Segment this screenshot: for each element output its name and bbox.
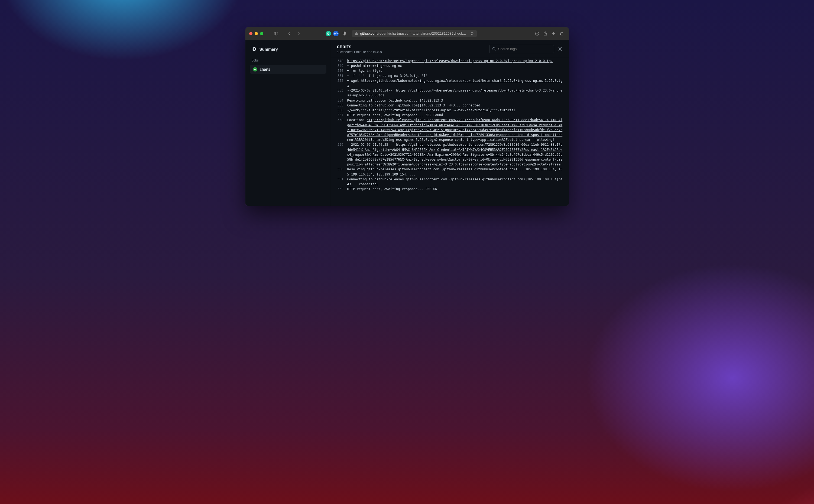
line-number: 558: [336, 118, 347, 122]
new-tab-button[interactable]: [550, 30, 557, 37]
shield-button[interactable]: [341, 30, 348, 37]
summary-link[interactable]: Summary: [250, 44, 326, 56]
summary-icon: [252, 47, 257, 51]
browser-window: G github.com/roderik/chartmuseum-tutoria…: [245, 27, 569, 206]
svg-rect-4: [336, 33, 336, 34]
check-icon: [254, 68, 257, 71]
svg-line-12: [495, 50, 495, 50]
log-link[interactable]: https://github-releases.githubuserconten…: [347, 143, 563, 166]
line-number: 560: [336, 167, 347, 172]
line-number: 562: [336, 187, 347, 191]
browser-toolbar: G github.com/roderik/chartmuseum-tutoria…: [245, 27, 569, 40]
back-button[interactable]: [286, 30, 293, 37]
line-number: 548: [336, 58, 347, 63]
tabs-icon: [559, 31, 564, 36]
search-logs-field[interactable]: [489, 45, 554, 53]
log-line[interactable]: 550+ for tgz in $tgzs: [331, 68, 569, 73]
desktop-wallpaper: G github.com/roderik/chartmuseum-tutoria…: [0, 0, 814, 504]
log-link[interactable]: https://github-releases.githubuserconten…: [347, 118, 563, 142]
reload-icon[interactable]: [470, 32, 474, 35]
log-output[interactable]: 548https://github.com/kubernetes/ingress…: [331, 58, 569, 206]
line-text: + wget https://github.com/kubernetes/ing…: [347, 78, 563, 88]
log-line[interactable]: 558Location: https://github-releases.git…: [331, 118, 569, 142]
svg-rect-9: [560, 32, 563, 35]
log-link[interactable]: https://github.com/kubernetes/ingress-ng…: [347, 89, 563, 97]
log-line[interactable]: 553--2021-03-07 21:40:54-- https://githu…: [331, 88, 569, 98]
line-number: 559: [336, 142, 347, 147]
line-number: 549: [336, 63, 347, 68]
workflow-sidebar: Summary Jobs charts: [245, 40, 331, 206]
line-number: 557: [336, 113, 347, 118]
line-number: 552: [336, 78, 347, 83]
page-content: Summary Jobs charts charts succeeded 1 m…: [245, 40, 569, 206]
log-line[interactable]: 548https://github.com/kubernetes/ingress…: [331, 58, 569, 63]
onepassword-extension-icon[interactable]: [333, 31, 339, 36]
line-text: ~/work/***-tutorial/***-tutorial/mirror/…: [347, 108, 563, 113]
log-line[interactable]: 559--2021-03-07 21:40:55-- https://githu…: [331, 142, 569, 167]
line-number: 551: [336, 73, 347, 78]
plus-icon: [551, 31, 556, 36]
line-number: 553: [336, 88, 347, 93]
line-text: HTTP request sent, awaiting response... …: [347, 187, 563, 191]
share-icon: [543, 31, 547, 36]
log-line[interactable]: 561Connecting to github-releases.githubu…: [331, 177, 569, 187]
log-line[interactable]: 552+ wget https://github.com/kubernetes/…: [331, 78, 569, 88]
grammarly-extension-icon[interactable]: G: [326, 31, 331, 36]
line-text: Resolving github-releases.githubusercont…: [347, 167, 563, 177]
line-number: 550: [336, 68, 347, 73]
job-main-panel: charts succeeded 1 minute ago in 49s 548…: [331, 40, 569, 206]
line-number: 556: [336, 108, 347, 113]
svg-rect-10: [253, 47, 255, 50]
line-text: --2021-03-07 21:40:54-- https://github.c…: [347, 88, 563, 98]
line-text: https://github.com/kubernetes/ingress-ng…: [347, 58, 563, 63]
log-line[interactable]: 554Resolving github.com (github.com)... …: [331, 98, 569, 103]
log-line[interactable]: 556~/work/***-tutorial/***-tutorial/mirr…: [331, 108, 569, 113]
chevron-left-icon: [287, 31, 292, 36]
line-text: Connecting to github-releases.githubuser…: [347, 177, 563, 187]
summary-label: Summary: [260, 47, 278, 51]
forward-button[interactable]: [295, 30, 302, 37]
svg-rect-0: [274, 32, 278, 35]
jobs-section-label: Jobs: [250, 56, 326, 65]
sidebar-job-charts[interactable]: charts: [250, 65, 326, 74]
line-text: Location: https://github-releases.github…: [347, 118, 563, 142]
line-text: Resolving github.com (github.com)... 140…: [347, 98, 563, 103]
log-line[interactable]: 562HTTP request sent, awaiting response.…: [331, 187, 569, 191]
line-text: Connecting to github.com (github.com)|14…: [347, 103, 563, 108]
download-icon: [535, 31, 539, 36]
line-text: + '[' '!' -f ingress-nginx-3.23.0.tgz ']…: [347, 73, 563, 78]
search-icon: [492, 47, 496, 51]
success-status-icon: [253, 67, 257, 71]
job-title: charts: [337, 44, 382, 50]
close-window-button[interactable]: [249, 32, 252, 35]
chevron-right-icon: [297, 31, 301, 36]
line-number: 561: [336, 177, 347, 182]
line-number: 554: [336, 98, 347, 103]
log-line[interactable]: 549+ pushd mirror/ingress-nginx: [331, 63, 569, 68]
sidebar-toggle-button[interactable]: [273, 30, 280, 37]
url-text: github.com/roderik/chartmuseum-tutorial/…: [360, 31, 468, 35]
log-link[interactable]: https://github.com/kubernetes/ingress-ng…: [347, 79, 563, 87]
tabs-overview-button[interactable]: [558, 30, 565, 37]
gear-icon[interactable]: [557, 46, 563, 52]
search-logs-input[interactable]: [498, 47, 551, 51]
shield-icon: [342, 31, 346, 36]
log-link[interactable]: https://github.com/kubernetes/ingress-ng…: [347, 59, 553, 63]
line-text: --2021-03-07 21:40:55-- https://github-r…: [347, 142, 563, 167]
share-button[interactable]: [542, 30, 549, 37]
lock-icon: [355, 32, 358, 35]
line-text: HTTP request sent, awaiting response... …: [347, 113, 563, 118]
sidebar-job-label: charts: [260, 67, 270, 71]
log-line[interactable]: 555Connecting to github.com (github.com)…: [331, 103, 569, 108]
minimize-window-button[interactable]: [255, 32, 258, 35]
log-line[interactable]: 557HTTP request sent, awaiting response.…: [331, 113, 569, 118]
job-status-line: succeeded 1 minute ago in 49s: [337, 50, 382, 54]
address-bar[interactable]: github.com/roderik/chartmuseum-tutorial/…: [352, 30, 477, 37]
keyhole-icon: [334, 32, 338, 35]
job-header: charts succeeded 1 minute ago in 49s: [331, 40, 569, 58]
sidebar-icon: [274, 31, 278, 36]
downloads-button[interactable]: [534, 30, 541, 37]
log-line[interactable]: 551+ '[' '!' -f ingress-nginx-3.23.0.tgz…: [331, 73, 569, 78]
maximize-window-button[interactable]: [260, 32, 263, 35]
log-line[interactable]: 560Resolving github-releases.githubuserc…: [331, 167, 569, 177]
